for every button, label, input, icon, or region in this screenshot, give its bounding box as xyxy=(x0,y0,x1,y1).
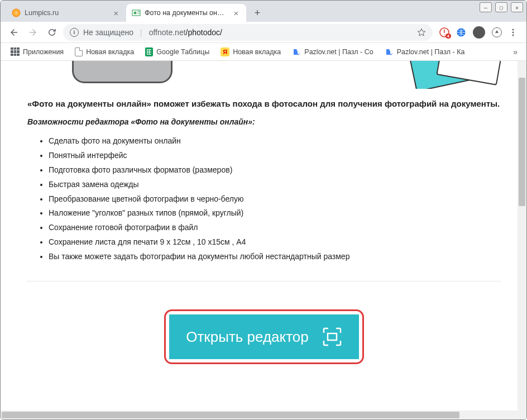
bookmarks-bar: Приложения Новая вкладка Google Таблицы … xyxy=(1,43,526,61)
list-item: Вы также можете задать фотографии на док… xyxy=(49,250,501,264)
new-tab-button[interactable]: + xyxy=(250,5,265,21)
window-controls: — ▢ ✕ xyxy=(480,2,523,12)
extension-badge: 4 xyxy=(445,34,451,39)
omnibox[interactable]: i Не защищено | offnote.net/photodoc/ xyxy=(63,24,433,41)
address-bar: i Не защищено | offnote.net/photodoc/ 4 xyxy=(1,22,526,43)
vertical-scrollbar[interactable] xyxy=(518,61,526,411)
forward-button[interactable] xyxy=(25,25,41,40)
hero-image xyxy=(27,61,501,89)
menu-button[interactable] xyxy=(505,25,521,40)
apps-icon xyxy=(11,47,20,56)
extension-icons: 4 xyxy=(439,26,502,39)
puzzle-icon xyxy=(292,47,301,56)
separator xyxy=(27,281,501,281)
list-item: Сделать фото на документы онлайн xyxy=(49,134,501,149)
horizontal-scrollbar[interactable] xyxy=(1,411,518,419)
editor-frame-icon xyxy=(322,327,342,347)
cta-label: Открыть редактор xyxy=(186,328,309,346)
tab-title: Lumpics.ru xyxy=(25,9,108,17)
cta-highlight: Открыть редактор xyxy=(164,309,364,364)
back-button[interactable] xyxy=(6,25,22,40)
svg-rect-10 xyxy=(328,333,337,340)
svg-point-7 xyxy=(512,28,514,30)
info-icon: i xyxy=(70,28,79,37)
user-avatar[interactable] xyxy=(473,26,485,39)
sheets-icon xyxy=(145,47,153,56)
svg-point-8 xyxy=(512,31,514,33)
minimize-button[interactable]: — xyxy=(480,2,492,12)
url-path: /photodoc/ xyxy=(186,28,222,37)
star-icon[interactable] xyxy=(417,28,426,37)
feature-list: Сделать фото на документы онлайн Понятны… xyxy=(27,134,501,264)
bookmark-apps[interactable]: Приложения xyxy=(6,46,68,58)
list-item: Наложение "уголков" разных типов (прямой… xyxy=(49,206,501,221)
tab-bar: Lumpics.ru × Фото на документы онлайн × … xyxy=(1,1,526,22)
yandex-icon: Я xyxy=(221,47,229,56)
bookmark-pazlov-1[interactable]: Pazlov.net | Пазл - Со xyxy=(288,46,377,58)
close-icon[interactable]: × xyxy=(112,8,121,18)
url-host: offnote.net xyxy=(149,28,186,37)
svg-point-9 xyxy=(512,34,514,36)
list-item: Понятный интерфейс xyxy=(49,149,501,163)
list-item: Подготовка фото различных форматов (разм… xyxy=(49,163,501,178)
svg-point-2 xyxy=(134,12,137,15)
list-item: Сохранение готовой фотографии в файл xyxy=(49,221,501,235)
bookmarks-overflow[interactable]: » xyxy=(510,47,521,56)
security-label: Не защищено xyxy=(83,28,133,37)
puzzle-icon xyxy=(385,47,394,56)
bookmark-new-tab-yandex[interactable]: Я Новая вкладка xyxy=(216,46,285,58)
close-window-button[interactable]: ✕ xyxy=(511,2,523,12)
bookmark-pazlov-2[interactable]: Pazlov.net | Пазл - Ка xyxy=(380,46,469,58)
list-item: Быстрая замена одежды xyxy=(49,178,501,192)
close-icon[interactable]: × xyxy=(232,8,241,18)
list-item: Преобразование цветной фотографии в черн… xyxy=(49,192,501,207)
page-subheading: Возможности редактора «Фото на документы… xyxy=(27,117,501,126)
more-arrow-icon[interactable] xyxy=(492,27,502,37)
tab-lumpics[interactable]: Lumpics.ru × xyxy=(6,4,126,22)
bookmark-google-sheets[interactable]: Google Таблицы xyxy=(141,46,214,58)
list-item: Сохранение листа для печати 9 x 12см , 1… xyxy=(49,235,501,250)
maximize-button[interactable]: ▢ xyxy=(495,2,507,12)
bookmark-new-tab[interactable]: Новая вкладка xyxy=(70,46,138,58)
reload-button[interactable] xyxy=(44,25,60,40)
open-editor-button[interactable]: Открыть редактор xyxy=(169,314,359,359)
orange-icon xyxy=(12,8,21,17)
file-icon xyxy=(75,47,83,56)
tab-title: Фото на документы онлайн xyxy=(145,9,228,17)
svg-rect-4 xyxy=(137,13,140,13)
tab-photodoc[interactable]: Фото на документы онлайн × xyxy=(126,4,246,22)
globe-icon[interactable] xyxy=(456,27,466,37)
photodoc-icon xyxy=(132,8,141,17)
extension-icon[interactable]: 4 xyxy=(439,27,449,37)
page-intro: «Фото на документы онлайн» поможет избеж… xyxy=(27,99,501,108)
svg-rect-3 xyxy=(137,11,140,12)
page-content: «Фото на документы онлайн» поможет избеж… xyxy=(1,61,518,411)
